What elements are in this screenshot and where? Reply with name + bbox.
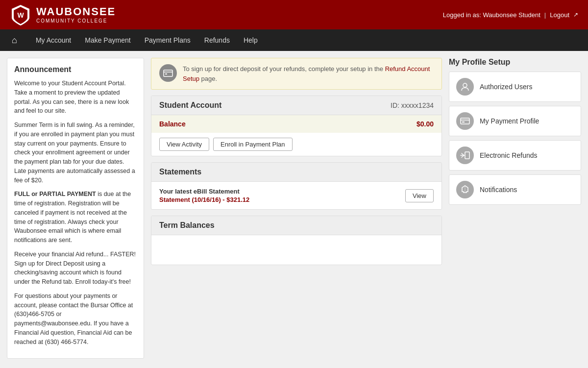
svg-rect-5	[462, 122, 465, 123]
student-account-title: Student Account	[159, 101, 221, 110]
announcement-p3: FULL or PARTIAL PAYMENT is due at the ti…	[14, 190, 137, 245]
nav-bar: ⌂ My Account Make Payment Payment Plans …	[0, 29, 588, 51]
nav-my-account[interactable]: My Account	[29, 30, 78, 50]
term-balances-title: Term Balances	[159, 221, 434, 230]
header-right: Logged in as: Waubonsee Student | Logout…	[443, 11, 578, 19]
payment-profile-label: My Payment Profile	[480, 117, 539, 125]
direct-deposit-notice: To sign up for direct deposit of your re…	[151, 58, 442, 90]
authorized-users-icon	[456, 78, 474, 96]
logout-link[interactable]: Logout	[550, 11, 569, 19]
main-panel: To sign up for direct deposit of your re…	[151, 58, 442, 359]
notifications-label: Notifications	[480, 186, 517, 194]
nav-payment-plans[interactable]: Payment Plans	[138, 30, 197, 50]
notice-text: To sign up for direct deposit of your re…	[183, 64, 434, 83]
announcement-p4: Receive your financial Aid refund... FAS…	[14, 250, 137, 287]
term-balances-header: Term Balances	[151, 216, 441, 235]
waubonsee-logo-icon: W	[10, 4, 31, 25]
student-account-header: Student Account ID: xxxxx1234	[151, 96, 441, 115]
student-account-card: Student Account ID: xxxxx1234 Balance $0…	[151, 96, 442, 156]
statements-title: Statements	[159, 168, 201, 176]
announcement-p2: Summer Term is in full swing. As a remin…	[14, 121, 137, 185]
balance-row: Balance $0.00	[151, 115, 441, 133]
nav-make-payment[interactable]: Make Payment	[78, 30, 137, 50]
college-name: WAUBONSEE	[36, 5, 116, 18]
view-statement-button[interactable]: View	[405, 189, 434, 202]
announcement-panel: Announcement Welcome to your Student Acc…	[7, 58, 144, 359]
term-balances-card: Term Balances	[151, 216, 442, 265]
student-id: ID: xxxxx1234	[391, 101, 434, 109]
payment-profile-icon	[456, 112, 474, 130]
logged-in-text: Logged in as: Waubonsee Student	[443, 11, 540, 19]
svg-rect-6	[465, 152, 469, 159]
electronic-refunds-icon	[456, 147, 474, 164]
notifications-icon	[456, 181, 474, 198]
home-icon[interactable]: ⌂	[8, 30, 21, 50]
balance-amount: $0.00	[416, 120, 434, 128]
balance-label: Balance	[159, 120, 186, 128]
notifications-item[interactable]: Notifications	[449, 174, 581, 205]
nav-help[interactable]: Help	[237, 30, 265, 50]
authorized-users-label: Authorized Users	[480, 83, 532, 91]
statements-card: Statements Your latest eBill Statement S…	[151, 162, 442, 210]
statements-header: Statements	[151, 163, 441, 182]
profile-setup-title: My Profile Setup	[449, 58, 581, 67]
electronic-refunds-label: Electronic Refunds	[480, 151, 538, 159]
statements-body: Your latest eBill Statement Statement (1…	[151, 182, 441, 209]
nav-refunds[interactable]: Refunds	[197, 30, 237, 50]
right-sidebar: My Profile Setup Authorized Users My Pay…	[449, 58, 581, 359]
logo-area: W WAUBONSEE COMMUNITY COLLEGE	[10, 4, 116, 25]
svg-text:W: W	[17, 11, 24, 19]
college-subtitle: COMMUNITY COLLEGE	[36, 18, 116, 24]
statement-latest-label: Your latest eBill Statement	[159, 188, 249, 195]
statement-row: Your latest eBill Statement Statement (1…	[159, 188, 434, 203]
logo-text: WAUBONSEE COMMUNITY COLLEGE	[36, 5, 116, 24]
statement-info: Your latest eBill Statement Statement (1…	[159, 188, 249, 203]
electronic-refunds-item[interactable]: Electronic Refunds	[449, 140, 581, 171]
enroll-payment-plan-button[interactable]: Enroll in Payment Plan	[213, 138, 293, 151]
page-content: Announcement Welcome to your Student Acc…	[0, 51, 588, 366]
term-balances-body	[151, 235, 441, 265]
announcement-p1: Welcome to your Student Account Portal. …	[14, 79, 137, 116]
svg-rect-4	[461, 118, 469, 124]
svg-rect-2	[165, 74, 167, 74]
account-actions: View Activity Enroll in Payment Plan	[151, 133, 441, 156]
view-activity-button[interactable]: View Activity	[159, 138, 209, 151]
svg-point-3	[463, 83, 467, 87]
statement-link[interactable]: Statement (10/16/16) - $321.12	[159, 196, 249, 203]
announcement-title: Announcement	[14, 65, 137, 74]
deposit-icon	[159, 64, 177, 82]
header-divider: |	[544, 11, 546, 19]
top-header: W WAUBONSEE COMMUNITY COLLEGE Logged in …	[0, 0, 588, 29]
announcement-p5: For questions about your payments or acc…	[14, 292, 137, 347]
refund-setup-link[interactable]: Refund Account Setup	[183, 65, 430, 82]
logout-arrow-icon: ↗	[573, 11, 578, 18]
payment-profile-item[interactable]: My Payment Profile	[449, 106, 581, 136]
bold-payment-text: FULL or PARTIAL PAYMENT	[14, 191, 96, 197]
authorized-users-item[interactable]: Authorized Users	[449, 72, 581, 102]
svg-rect-1	[164, 70, 172, 76]
